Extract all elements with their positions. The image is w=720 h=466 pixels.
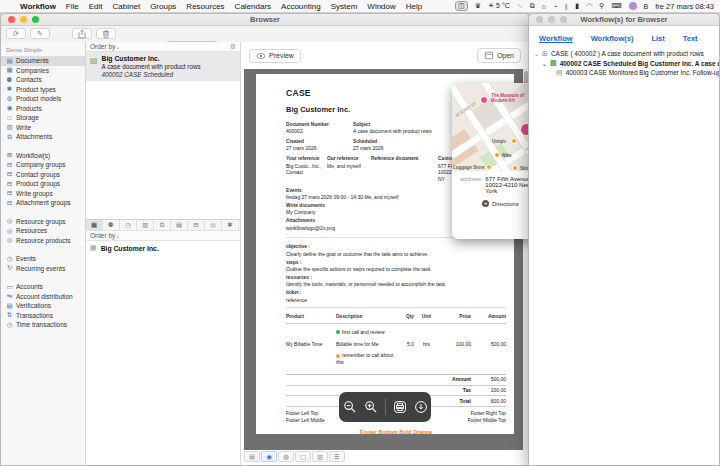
order-by-bar[interactable]: Order by ⌄ xyxy=(86,231,240,241)
uniqlo-pin[interactable] xyxy=(511,138,517,144)
disclosure-triangle-icon[interactable]: ⌄ xyxy=(534,50,539,57)
tab-contacts-icon[interactable]: ⚉ xyxy=(103,220,120,230)
sidebar-item-documents[interactable]: ▤Documents xyxy=(1,56,85,66)
sidebar-item-account-distribution[interactable]: ⇆Account distribution xyxy=(1,292,85,302)
sidebar-item-attachment-groups[interactable]: ⊟Attachment groups xyxy=(1,198,85,208)
battery-icon[interactable]: ▮ xyxy=(575,2,579,10)
nike-pin[interactable] xyxy=(494,152,500,158)
menu-item-resources[interactable]: Resources xyxy=(181,2,229,11)
siri-icon[interactable] xyxy=(629,2,637,10)
user-icon[interactable]: ◔ xyxy=(553,3,557,10)
tab-text[interactable]: Text xyxy=(683,34,698,43)
zoom-button[interactable] xyxy=(32,16,39,23)
map[interactable]: W 53RD ST The Museum of Modern Art Uniql… xyxy=(452,83,538,171)
sidebar-item-attachments[interactable]: ⧉Attachments xyxy=(1,132,85,142)
tab-write-icon[interactable]: ▥ xyxy=(137,220,154,230)
sidebar-item-contacts[interactable]: ⚉Contacts xyxy=(1,75,85,85)
menu-item-groups[interactable]: Groups xyxy=(145,2,181,11)
zoom-button[interactable] xyxy=(560,16,567,23)
print-button[interactable] xyxy=(393,400,407,414)
zoom-out-button[interactable] xyxy=(343,400,357,414)
sidebar-item-resources[interactable]: ◎Resources xyxy=(1,226,85,236)
download-button[interactable] xyxy=(414,400,428,414)
tree-item-scheduled-case[interactable]: ⌄ ▤ 400002 CASE Scheduled Big Customer I… xyxy=(534,59,719,69)
sidebar-item-time-transactions[interactable]: ◷Time transactions xyxy=(1,320,85,330)
tab-attachments-icon[interactable]: ⧉ xyxy=(154,220,171,230)
edit-button[interactable]: ✎ xyxy=(30,28,50,39)
case-list-item[interactable]: ▤ Big Customer Inc. A case document with… xyxy=(86,52,240,81)
gear-icon[interactable]: ⚙ xyxy=(230,43,236,51)
sidebar-item-transactions[interactable]: ⇅Transactions xyxy=(1,311,85,321)
menu-item-calendars[interactable]: Calendars xyxy=(230,2,276,11)
order-by-bar[interactable]: Order by ⌄ ⚙ xyxy=(86,42,240,52)
tab-resources-icon[interactable]: ◎ xyxy=(205,220,222,230)
skims-pin[interactable] xyxy=(512,165,518,171)
menu-item-cabinet[interactable]: Cabinet xyxy=(108,2,146,11)
directions-button[interactable]: ➜ Directions xyxy=(452,194,538,207)
home-icon[interactable]: ⌂ xyxy=(542,3,546,10)
activity-icon[interactable]: ∿ xyxy=(517,2,523,10)
sidebar-item-events[interactable]: ◷Events xyxy=(1,254,85,264)
sidebar-item-companies[interactable]: ▦Companies xyxy=(1,66,85,76)
tab-groups-icon[interactable]: ⊟ xyxy=(188,220,205,230)
minimize-button[interactable] xyxy=(548,16,555,23)
related-company-item[interactable]: ▦ Big Customer Inc. xyxy=(86,241,240,255)
tab-list[interactable]: List xyxy=(651,34,664,43)
share-button[interactable] xyxy=(72,28,92,39)
card-view-button[interactable]: ▤ xyxy=(244,451,260,462)
menu-bar-clock[interactable]: fre 27 mars 08:43 xyxy=(655,2,714,11)
sidebar-item-contact-groups[interactable]: ⊟Contact groups xyxy=(1,170,85,180)
sidebar-item-workflows[interactable]: ⊞Workflow(s) xyxy=(1,151,85,161)
minimize-button[interactable] xyxy=(20,16,27,23)
sidebar-item-write-groups[interactable]: ⊟Write groups xyxy=(1,189,85,199)
menu-item-help[interactable]: Help xyxy=(401,2,427,11)
web-view-button[interactable]: ◉ xyxy=(261,451,277,462)
sidebar-item-products[interactable]: ◉Products xyxy=(1,104,85,114)
tab-companies-icon[interactable]: ▦ xyxy=(86,220,103,230)
sidebar-item-company-groups[interactable]: ⊟Company groups xyxy=(1,160,85,170)
sidebar-item-resource-groups[interactable]: ◎Resource groups xyxy=(1,217,85,227)
crown-icon[interactable]: ♛ xyxy=(475,2,481,10)
disclosure-triangle-icon[interactable]: ⌄ xyxy=(542,60,547,67)
window-view-button[interactable]: ▢ xyxy=(295,451,311,462)
weather-status[interactable]: ☀ 5 °C xyxy=(488,2,510,10)
sidebar-item-recurring-events[interactable]: ↻Recurring events xyxy=(1,264,85,274)
screen-mirroring-icon[interactable]: ◫ xyxy=(455,1,468,11)
menu-item-system[interactable]: System xyxy=(326,2,363,11)
zoom-in-button[interactable] xyxy=(364,400,378,414)
close-button[interactable] xyxy=(536,16,543,23)
tab-workflow[interactable]: Workflow xyxy=(539,34,573,43)
copy-icon[interactable]: ⧉ xyxy=(530,2,535,10)
chart-view-button[interactable]: ▥ xyxy=(312,451,328,462)
search-icon[interactable]: ⚲ xyxy=(599,2,604,10)
input-source-icon[interactable]: B xyxy=(644,3,649,10)
menu-item-edit[interactable]: Edit xyxy=(84,2,108,11)
menu-item-workflow[interactable]: Workflow xyxy=(15,2,61,11)
menu-item-file[interactable]: File xyxy=(61,2,84,11)
workflow-titlebar[interactable]: Workflow(s) for Browser xyxy=(529,14,719,26)
sidebar-item-accounts[interactable]: ▭Accounts xyxy=(1,282,85,292)
list-view-button[interactable]: ☰ xyxy=(329,451,345,462)
bluetooth-icon[interactable]: ᛒ xyxy=(564,3,568,10)
preview-toggle[interactable]: Preview xyxy=(249,49,301,63)
tab-events-icon[interactable]: ◷ xyxy=(120,220,137,230)
tree-item-monitored-case[interactable]: ▤ 400003 CASE Monitored Big Customer Inc… xyxy=(534,68,719,78)
sidebar-item-write[interactable]: ▥Write xyxy=(1,123,85,133)
menu-item-accounting[interactable]: Accounting xyxy=(276,2,326,11)
sidebar-item-resource-products[interactable]: ◎Resource products xyxy=(1,236,85,246)
sidebar-item-verifications[interactable]: ▤Verifications xyxy=(1,301,85,311)
sidebar-item-product-groups[interactable]: ⊟Product groups xyxy=(1,179,85,189)
tab-products-icon[interactable]: ✱ xyxy=(222,220,239,230)
open-button[interactable]: Open xyxy=(477,48,521,63)
sidebar-item-product-models[interactable]: ⚙Product models xyxy=(1,94,85,104)
refresh-button[interactable]: ⟳ xyxy=(6,28,26,39)
sidebar-item-storage[interactable]: □Storage xyxy=(1,113,85,123)
keyboard-icon[interactable]: ⌨ xyxy=(611,2,621,10)
tab-documents-icon[interactable]: ▤ xyxy=(171,220,188,230)
luggage-store-pin[interactable] xyxy=(486,164,492,170)
museum-pin[interactable] xyxy=(480,96,488,104)
close-button[interactable] xyxy=(8,16,15,23)
wifi-icon[interactable]: ◠ xyxy=(586,2,592,10)
globe-view-button[interactable]: ◍ xyxy=(278,451,294,462)
browser-titlebar[interactable]: Browser xyxy=(1,14,529,26)
